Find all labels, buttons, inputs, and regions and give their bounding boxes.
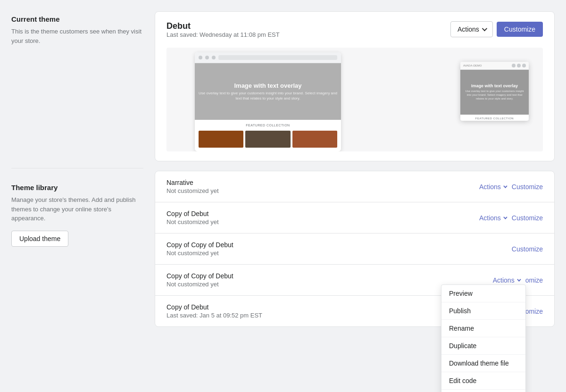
section-divider	[11, 168, 143, 168]
mobile-icon-2	[517, 64, 521, 67]
current-theme-customize-button[interactable]: Customize	[497, 22, 543, 37]
current-theme-section: Current theme This is the theme customer…	[11, 15, 143, 45]
theme-name-1: Copy of Debut	[166, 210, 219, 217]
theme-status-2: Not customized yet	[166, 250, 233, 257]
browser-url-bar	[218, 55, 337, 60]
theme-status-4: Last saved: Jan 5 at 09:52 pm EST	[166, 312, 262, 319]
chevron-down-icon-1	[503, 215, 507, 219]
browser-dot-3	[212, 56, 216, 59]
theme-row-3: Copy of Copy of Debut Not customized yet…	[155, 265, 554, 296]
theme-actions-button-1[interactable]: Actions	[479, 214, 506, 222]
dropdown-publish-3[interactable]: Publish	[441, 302, 525, 320]
chevron-down-icon-3	[517, 277, 521, 281]
theme-library-desc: Manage your store's themes. Add and publ…	[11, 195, 143, 223]
theme-customize-button-4[interactable]: omize	[525, 308, 543, 315]
theme-actions-button-3[interactable]: Actions	[493, 276, 520, 284]
mobile-icon-1	[512, 64, 516, 67]
dropdown-download-3[interactable]: Download theme file	[441, 355, 525, 372]
theme-customize-button-3[interactable]: omize	[525, 276, 543, 284]
theme-name-0: Narrative	[166, 179, 219, 186]
current-theme-header: Debut Last saved: Wednesday at 11:08 pm …	[166, 21, 543, 46]
current-theme-card: Debut Last saved: Wednesday at 11:08 pm …	[155, 11, 555, 161]
theme-library-card: Narrative Not customized yet Actions Cus…	[155, 171, 555, 327]
theme-actions-button-0[interactable]: Actions	[479, 183, 506, 191]
theme-row-actions-2: Actions Customize	[512, 245, 543, 253]
theme-status-0: Not customized yet	[166, 187, 219, 194]
theme-customize-button-1[interactable]: Customize	[512, 214, 543, 222]
theme-name-3: Copy of Copy of Debut	[166, 272, 233, 280]
current-theme-actions: Actions Customize	[450, 21, 543, 37]
current-theme-title: Current theme	[11, 15, 143, 23]
theme-customize-button-2[interactable]: Customize	[512, 245, 543, 253]
theme-row-1: Copy of Debut Not customized yet Actions…	[155, 202, 554, 234]
theme-name-4: Copy of Debut	[166, 303, 262, 311]
dropdown-preview-3[interactable]: Preview	[441, 285, 525, 302]
theme-preview: Image with text overlay Use overlay text…	[166, 48, 543, 151]
browser-bar	[195, 52, 341, 63]
theme-name-2: Copy of Copy of Debut	[166, 241, 233, 249]
theme-row-actions-1: Actions Customize	[479, 214, 543, 222]
chevron-down-icon-0	[503, 184, 507, 188]
current-theme-name: Debut	[166, 21, 280, 31]
preview-product-1	[199, 131, 243, 148]
dropdown-duplicate-3[interactable]: Duplicate	[441, 337, 525, 355]
mobile-bar-icons	[512, 64, 526, 67]
theme-row-2: Copy of Copy of Debut Not customized yet…	[155, 234, 554, 265]
theme-customize-button-0[interactable]: Customize	[512, 183, 543, 191]
browser-dot-2	[205, 56, 209, 59]
right-panel: Debut Last saved: Wednesday at 11:08 pm …	[155, 11, 555, 327]
browser-dot-1	[199, 56, 202, 59]
preview-products	[195, 131, 341, 151]
dropdown-editlang-3[interactable]: Edit languages	[441, 390, 525, 392]
preview-mobile: AVADA-DEMO Image with text overlay Use o…	[460, 62, 529, 121]
left-panel: Current theme This is the theme customer…	[11, 11, 143, 327]
preview-product-3	[292, 131, 337, 148]
dropdown-editcode-3[interactable]: Edit code	[441, 372, 525, 390]
current-theme-info: Debut Last saved: Wednesday at 11:08 pm …	[166, 21, 280, 46]
current-theme-desc: This is the theme customers see when the…	[11, 27, 143, 45]
preview-desktop: Image with text overlay Use overlay text…	[195, 52, 341, 151]
mobile-bar: AVADA-DEMO	[460, 62, 529, 70]
current-theme-saved: Last saved: Wednesday at 11:08 pm EST	[166, 31, 280, 38]
dropdown-rename-3[interactable]: Rename	[441, 320, 525, 337]
theme-row-actions-4: Actions omize	[525, 308, 543, 315]
mobile-featured-label: FEATURED COLLECTION	[460, 115, 529, 121]
preview-product-2	[245, 131, 290, 148]
chevron-down-icon	[482, 26, 487, 31]
theme-status-3: Not customized yet	[166, 281, 233, 288]
upload-theme-button[interactable]: Upload theme	[11, 231, 68, 247]
preview-featured-label: FEATURED COLLECTION	[195, 120, 341, 131]
theme-library-section: Theme library Manage your store's themes…	[11, 183, 143, 247]
mobile-hero: Image with text overlay Use overlay text…	[460, 70, 529, 115]
theme-status-1: Not customized yet	[166, 218, 219, 225]
actions-dropdown-3: Preview Publish Rename Duplicate Downloa…	[441, 284, 526, 392]
preview-hero: Image with text overlay Use overlay text…	[195, 63, 341, 120]
theme-row-actions-3: Actions omize	[493, 276, 543, 284]
theme-row-actions-0: Actions Customize	[479, 183, 543, 191]
theme-library-title: Theme library	[11, 183, 143, 192]
theme-row-0: Narrative Not customized yet Actions Cus…	[155, 171, 554, 202]
current-theme-actions-button[interactable]: Actions	[450, 21, 493, 37]
mobile-icon-3	[522, 64, 526, 67]
